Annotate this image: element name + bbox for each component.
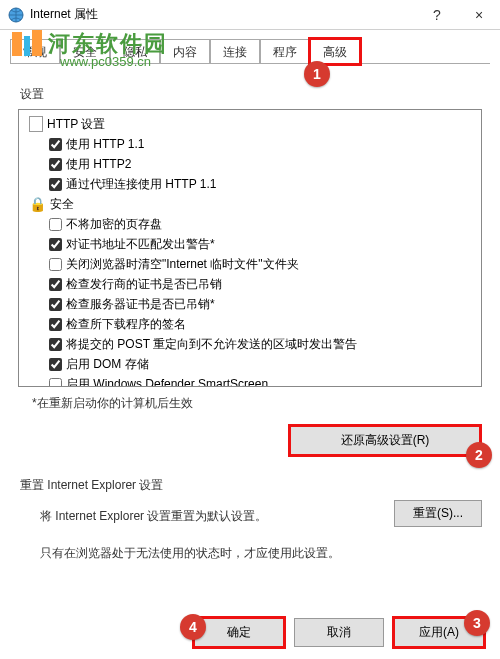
annotation-badge-4: 4 [180,614,206,640]
list-item[interactable]: 检查发行商的证书是否已吊销 [23,274,481,294]
dialog-buttons: 确定 取消 应用(A) [16,618,484,647]
list-item[interactable]: 启用 DOM 存储 [23,354,481,374]
checkbox[interactable] [49,378,62,388]
window-title: Internet 属性 [30,6,98,23]
list-item[interactable]: 使用 HTTP 1.1 [23,134,481,154]
cancel-button[interactable]: 取消 [294,618,384,647]
checkbox[interactable] [49,158,62,171]
checkbox[interactable] [49,358,62,371]
group-header-http: HTTP 设置 [23,114,481,134]
restart-note: *在重新启动你的计算机后生效 [32,395,482,412]
settings-label: 设置 [20,86,482,103]
checkbox[interactable] [49,298,62,311]
help-button[interactable]: ? [416,0,458,30]
reset-button[interactable]: 重置(S)... [394,500,482,527]
list-item[interactable]: 检查所下载程序的签名 [23,314,481,334]
annotation-badge-3: 3 [464,610,490,636]
reset-footnote: 只有在浏览器处于无法使用的状态时，才应使用此设置。 [40,545,482,562]
svg-rect-1 [12,32,22,56]
list-item[interactable]: 通过代理连接使用 HTTP 1.1 [23,174,481,194]
annotation-badge-1: 1 [304,61,330,87]
group-header-security: 🔒 安全 [23,194,481,214]
checkbox[interactable] [49,258,62,271]
svg-rect-2 [24,36,30,56]
tab-programs[interactable]: 程序 [260,39,310,64]
ok-button[interactable]: 确定 [194,618,284,647]
globe-icon [8,7,24,23]
watermark-url: www.pc0359.cn [60,54,151,69]
checkbox[interactable] [49,278,62,291]
list-item[interactable]: 对证书地址不匹配发出警告* [23,234,481,254]
svg-rect-3 [32,30,42,56]
tab-connections[interactable]: 连接 [210,39,260,64]
watermark-logo-icon [10,28,44,60]
checkbox[interactable] [49,138,62,151]
settings-listbox[interactable]: HTTP 设置 使用 HTTP 1.1 使用 HTTP2 通过代理连接使用 HT… [18,109,482,387]
list-item[interactable]: 使用 HTTP2 [23,154,481,174]
checkbox[interactable] [49,178,62,191]
document-icon [29,116,43,132]
annotation-badge-2: 2 [466,442,492,468]
checkbox[interactable] [49,218,62,231]
list-item[interactable]: 不将加密的页存盘 [23,214,481,234]
checkbox[interactable] [49,238,62,251]
reset-group-label: 重置 Internet Explorer 设置 [20,477,482,494]
titlebar: Internet 属性 ? × [0,0,500,30]
reset-description: 将 Internet Explorer 设置重置为默认设置。 [40,508,267,525]
list-item[interactable]: 关闭浏览器时清空"Internet 临时文件"文件夹 [23,254,481,274]
watermark: 河东软件园 www.pc0359.cn [10,28,168,60]
checkbox[interactable] [49,338,62,351]
checkbox[interactable] [49,318,62,331]
lock-icon: 🔒 [29,196,46,212]
list-item[interactable]: 启用 Windows Defender SmartScreen [23,374,481,387]
list-item[interactable]: 检查服务器证书是否已吊销* [23,294,481,314]
close-button[interactable]: × [458,0,500,30]
restore-advanced-button[interactable]: 还原高级设置(R) [290,426,480,455]
list-item[interactable]: 将提交的 POST 重定向到不允许发送的区域时发出警告 [23,334,481,354]
